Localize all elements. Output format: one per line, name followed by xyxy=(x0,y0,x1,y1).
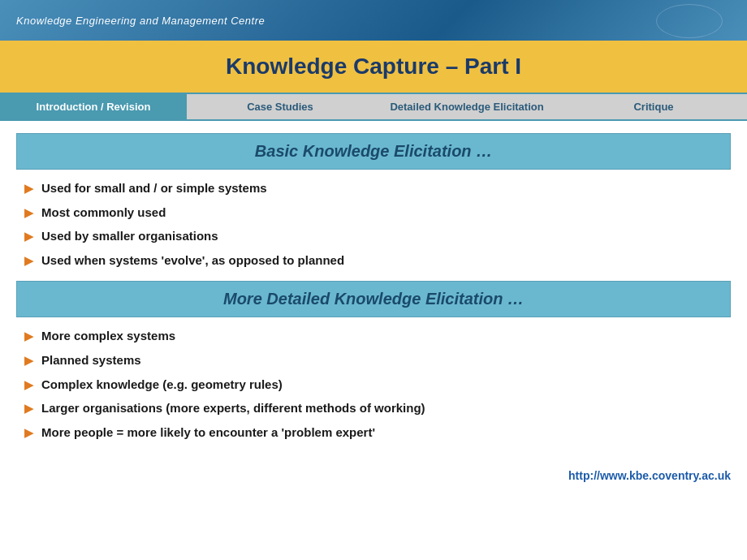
arrow-icon: ▶ xyxy=(24,329,33,345)
bullet-text: Larger organisations (more experts, diff… xyxy=(41,399,425,416)
tab-case-studies[interactable]: Case Studies xyxy=(187,94,374,119)
section-two-bullet-list: ▶ More complex systems ▶ Planned systems… xyxy=(16,327,731,441)
bullet-text: Used when systems 'evolve', as opposed t… xyxy=(41,252,344,269)
section-two-header: More Detailed Knowledge Elicitation … xyxy=(16,281,731,317)
tab-detailed-knowledge[interactable]: Detailed Knowledge Elicitation xyxy=(374,94,560,119)
list-item: ▶ More complex systems xyxy=(24,327,723,345)
arrow-icon: ▶ xyxy=(24,253,33,269)
bullet-text: More people = more likely to encounter a… xyxy=(41,424,375,441)
section-one-header: Basic Knowledge Elicitation … xyxy=(16,133,731,170)
section-one-title: Basic Knowledge Elicitation … xyxy=(255,142,492,160)
list-item: ▶ Used by smaller organisations xyxy=(24,227,723,245)
bullet-text: Most commonly used xyxy=(41,204,166,221)
header-title: Knowledge Engineering and Management Cen… xyxy=(16,15,265,27)
footer: http://www.kbe.coventry.ac.uk xyxy=(0,465,747,489)
list-item: ▶ Used when systems 'evolve', as opposed… xyxy=(24,252,723,269)
header-bar: Knowledge Engineering and Management Cen… xyxy=(0,0,747,41)
content-area: Basic Knowledge Elicitation … ▶ Used for… xyxy=(0,121,747,465)
list-item: ▶ Planned systems xyxy=(24,351,723,369)
bullet-text: More complex systems xyxy=(41,327,175,344)
list-item: ▶ More people = more likely to encounter… xyxy=(24,424,723,442)
bullet-text: Complex knowledge (e.g. geometry rules) xyxy=(41,376,283,393)
page-title: Knowledge Capture – Part I xyxy=(16,54,731,80)
bullet-text: Used for small and / or simple systems xyxy=(41,179,267,196)
section-one-bullet-list: ▶ Used for small and / or simple systems… xyxy=(16,179,731,269)
tab-critique[interactable]: Critique xyxy=(560,94,747,119)
footer-link-text[interactable]: http://www.kbe.coventry.ac.uk xyxy=(568,469,731,482)
arrow-icon: ▶ xyxy=(24,229,33,245)
arrow-icon: ▶ xyxy=(24,401,33,417)
list-item: ▶ Larger organisations (more experts, di… xyxy=(24,399,723,417)
arrow-icon: ▶ xyxy=(24,425,33,442)
arrow-icon: ▶ xyxy=(24,181,33,197)
bullet-text: Planned systems xyxy=(41,351,141,368)
arrow-icon: ▶ xyxy=(24,377,33,394)
arrow-icon: ▶ xyxy=(24,205,33,222)
nav-tabs: Introduction / Revision Case Studies Det… xyxy=(0,93,747,121)
list-item: ▶ Used for small and / or simple systems xyxy=(24,179,723,197)
list-item: ▶ Most commonly used xyxy=(24,204,723,222)
list-item: ▶ Complex knowledge (e.g. geometry rules… xyxy=(24,376,723,394)
section-two-title: More Detailed Knowledge Elicitation … xyxy=(223,290,524,308)
arrow-icon: ▶ xyxy=(24,353,33,369)
tab-introduction-revision[interactable]: Introduction / Revision xyxy=(0,94,187,119)
title-section: Knowledge Capture – Part I xyxy=(0,41,747,93)
bullet-text: Used by smaller organisations xyxy=(41,227,218,244)
